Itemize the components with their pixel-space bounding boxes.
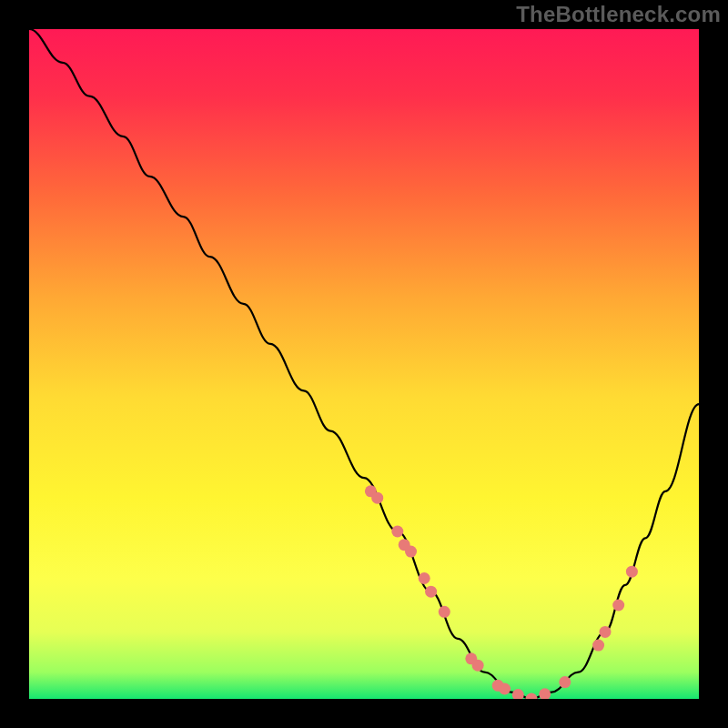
data-marker (419, 572, 430, 584)
data-marker (439, 606, 450, 618)
data-marker (600, 626, 612, 638)
chart-container: TheBottleneck.com (0, 0, 728, 728)
data-marker (499, 683, 511, 695)
data-marker (592, 640, 604, 652)
data-marker (626, 566, 638, 578)
data-marker (472, 660, 484, 672)
data-marker (371, 492, 383, 504)
data-marker (405, 546, 417, 558)
bottleneck-chart (29, 29, 699, 699)
chart-background (29, 29, 699, 699)
data-marker (425, 586, 437, 598)
data-marker (391, 526, 403, 538)
data-marker (559, 676, 571, 688)
data-marker (612, 600, 624, 612)
watermark-text: TheBottleneck.com (516, 2, 721, 27)
